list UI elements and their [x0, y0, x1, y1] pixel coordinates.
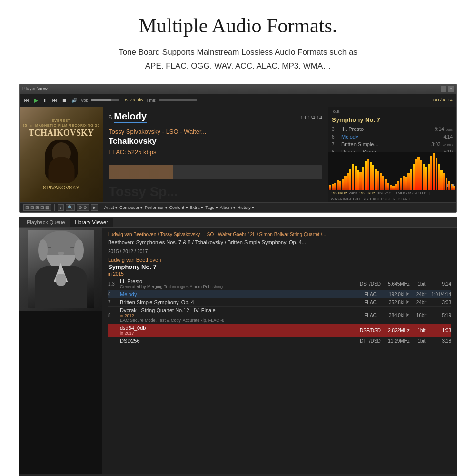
right-panel: -0dB Symphony No. 7 3 III. Presto 9:14 0…: [328, 107, 456, 202]
playlist-area: -0dB Symphony No. 7 3 III. Presto 9:14 0…: [328, 107, 456, 152]
in-year-1: in 2015: [108, 271, 451, 277]
library-section: Playback Queue Library Viewer: [19, 217, 457, 476]
page-container: Multiple Audio Formats. Tone Board Suppo…: [0, 0, 476, 476]
library-tabs: Playback Queue Library Viewer: [19, 217, 457, 228]
track-row[interactable]: 8 Dvorak - String Quartet No.12 - IV. Fi…: [108, 307, 451, 324]
player-window: Player View − × ⏮ ▶ ⏸ ⏭ ⏹ 🔊 Vol: -6.20 d…: [19, 84, 457, 213]
search-button[interactable]: 🔍: [66, 204, 75, 211]
track-row-selected[interactable]: dsd64_0db in 2017 DSF/DSD 2.822MHz 1bit …: [108, 324, 451, 337]
minimize-button[interactable]: −: [441, 86, 446, 92]
track-row[interactable]: 7 Britten Simple Symphony, Op. 4 FLAC 35…: [108, 298, 451, 307]
stop-button[interactable]: ⏹: [61, 98, 68, 103]
volume-slider[interactable]: [91, 99, 119, 101]
library-right: Ludwig van Beethoven / Tossy Spivakovsky…: [102, 228, 457, 474]
album-composer: TCHAIKOVSKY: [23, 128, 100, 138]
volume-fill: [91, 99, 111, 101]
subtitle: Tone Board Supports Mainstream Lossless …: [10, 46, 466, 73]
playlist-item-active[interactable]: 6 Melody 4:14: [332, 133, 453, 140]
play-button[interactable]: ▶: [33, 97, 39, 104]
now-playing-info: 6 Melody 1:01/4:14 Tossy Spivakovsky - L…: [103, 107, 328, 202]
volume-button[interactable]: 🔊: [70, 98, 78, 103]
header-section: Multiple Audio Formats. Tone Board Suppo…: [0, 0, 476, 78]
album-sublabel: 35mm MAGNETIC FILM RECORDING 35: [23, 123, 100, 128]
extra-dropdown[interactable]: Extra ▾: [190, 205, 204, 210]
window-title: Player View: [22, 86, 48, 91]
sort-button[interactable]: ↕: [58, 204, 64, 211]
album-subtitle: Beethoven: Symphonies Nos. 7 & 8 / Tchai…: [108, 239, 451, 246]
track-row[interactable]: 1.3 III. Presto Generated by Merging Tec…: [108, 278, 451, 290]
artist-dropdown[interactable]: Artist ▾: [104, 205, 118, 210]
playlist-header: Symphony No. 7: [332, 115, 453, 124]
album-header-title: Ludwig van Beethoven / Tossy Spivakovsky…: [108, 231, 451, 238]
toolbar-icons[interactable]: ⊞ ⊟ ⊠ ⊡ ▦: [23, 204, 51, 211]
transport-bar: ⏮ ▶ ⏸ ⏭ ⏹ 🔊 Vol: -6.20 dB Time: 1:01/4:1…: [20, 94, 456, 107]
db-display: -6.20 dB: [122, 98, 143, 103]
library-footer: 1 Group 1 Tune 1:04: [19, 474, 457, 476]
page-title: Multiple Audio Formats.: [10, 14, 466, 37]
composer-name: Tchaikovsky: [109, 137, 322, 146]
track-duration: 1:01/4:14: [300, 114, 322, 121]
waveform: [109, 165, 322, 179]
toolbar-separator: [54, 204, 55, 211]
track-number: 6: [109, 114, 112, 121]
playlist-item[interactable]: 3 III. Presto 9:14 0dB: [332, 125, 453, 133]
album-everest-label: EVEREST: [23, 119, 100, 123]
track-row[interactable]: DSD256 DFF/DSD 11.29MHz 1bit 3:18: [108, 337, 451, 345]
format-info: FLAC: 5225 kbps: [109, 149, 322, 156]
time-slider[interactable]: [159, 99, 197, 101]
time-label: Time:: [146, 98, 156, 103]
album-artist: SPIVAKOVSKY: [23, 185, 100, 190]
tab-library-viewer[interactable]: Library Viewer: [70, 218, 113, 227]
zoom-button[interactable]: ⊕ ⊖: [77, 204, 89, 211]
history-dropdown[interactable]: History ▾: [238, 205, 255, 210]
performer-dropdown[interactable]: Performer ▾: [145, 205, 168, 210]
track-title: Melody: [114, 111, 147, 123]
prev-button[interactable]: ⏮: [23, 98, 30, 103]
library-left: [19, 228, 102, 474]
playlist-item[interactable]: 8 Dvorak - String... 5:19: [332, 148, 453, 152]
toolbar-sep2: [101, 204, 101, 211]
status-bar: 192.0kHz 24bit 192.0kHz 32/32bit | XMOS …: [328, 190, 456, 202]
toolbar: ⊞ ⊟ ⊠ ⊡ ▦ ↕ 🔍 ⊕ ⊖ ▶ Artist ▾ Composer ▾ …: [20, 202, 456, 212]
playlist-item[interactable]: 7 Britten Simple... 3:03 -20dB: [332, 140, 453, 148]
player-main: EVEREST 35mm MAGNETIC FILM RECORDING 35 …: [20, 107, 456, 202]
titlebar-controls: − ×: [441, 86, 454, 92]
artist-name: Tossy Spivakovsky - LSO - Walter...: [109, 128, 322, 135]
beethoven-image: [19, 228, 102, 311]
album-years: 2015 / 2012 / 2017: [108, 249, 451, 254]
content-dropdown[interactable]: Content ▾: [169, 205, 188, 210]
album-art: EVEREST 35mm MAGNETIC FILM RECORDING 35 …: [20, 107, 103, 202]
album-dropdown[interactable]: Album ▾: [220, 205, 236, 210]
composer-label: Ludwig van Beethoven: [108, 257, 451, 263]
composer-dropdown[interactable]: Composer ▾: [119, 205, 143, 210]
time-display: 1:01/4:14: [429, 98, 453, 103]
spectrum-analyzer: LR: [328, 152, 456, 190]
pause-button[interactable]: ⏸: [42, 98, 49, 103]
play-toolbar-button[interactable]: ▶: [91, 204, 98, 211]
library-content: Ludwig van Beethoven / Tossy Spivakovsky…: [19, 228, 457, 474]
close-button[interactable]: ×: [448, 86, 454, 92]
next-button[interactable]: ⏭: [51, 98, 58, 103]
symphony-title: Symphony No. 7: [108, 263, 451, 270]
tags-dropdown[interactable]: Tags ▾: [205, 205, 218, 210]
tab-playback-queue[interactable]: Playback Queue: [22, 218, 70, 227]
watermark-text: Tossy Sp...: [109, 184, 178, 199]
track-row-active[interactable]: 6 Melody FLAC 192.0kHz 24bit 1:01/4:14: [108, 290, 451, 298]
volume-label: Vol:: [81, 98, 88, 103]
player-titlebar: Player View − ×: [20, 84, 456, 94]
